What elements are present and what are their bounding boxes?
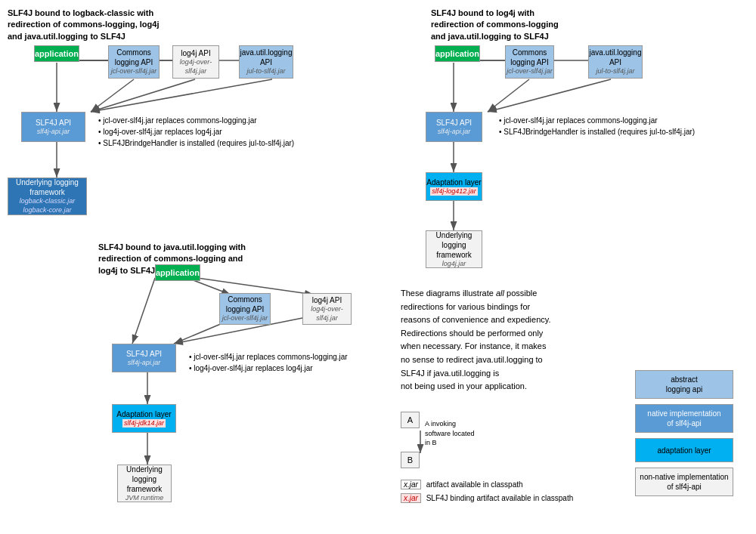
tl-commons-api-box: Commons logging API jcl-over-slf4j.jar	[108, 45, 160, 79]
tl-log4j-api-box: log4j API log4j-over-slf4j.jar	[172, 45, 219, 79]
svg-line-12	[488, 79, 529, 112]
bl-adaptation-box: Adaptation layer slf4j-jdk14.jar	[112, 404, 176, 433]
tr-commons-api-box: Commons logging API jcl-over-slf4j.jar	[505, 45, 554, 79]
svg-line-18	[132, 278, 155, 344]
legend-nonnative-box: non-native implementation of slf4j-api	[635, 468, 733, 496]
svg-line-5	[91, 79, 134, 112]
bl-notes: • jcl-over-slf4j.jar replaces commons-lo…	[189, 351, 393, 374]
tr-adaptation-box: Adaptation layer slf4j-log412.jar	[426, 172, 482, 201]
tr-application-box: application	[435, 45, 480, 62]
legend-abstract-box: abstract logging api	[635, 370, 733, 399]
tl-underlying-box: Underlying logging framework logback-cla…	[8, 177, 87, 215]
legend-artifact-row: x.jar artifact available in classpath	[401, 479, 552, 490]
tl-application-box: application	[34, 45, 79, 62]
tl-jul-api-box: java.util.logging API jul-to-slf4j.jar	[239, 45, 293, 79]
svg-line-17	[181, 276, 314, 295]
svg-line-7	[91, 79, 272, 112]
legend-adaptation-box: adaptation layer	[635, 438, 733, 462]
legend-a-box: A	[401, 412, 420, 428]
bl-log4j-api-box: log4j API log4j-over-slf4j.jar	[302, 293, 352, 325]
tr-underlying-box: Underlying logging framework log4j.jar	[426, 230, 482, 268]
bl-underlying-box: Underlying logging framework JVM runtime	[117, 465, 172, 502]
bottom-right-description: These diagrams illustrate all possible r…	[401, 287, 635, 394]
legend-slf4j-artifact-row: x.jar SLF4J binding artifact available i…	[401, 492, 582, 504]
bottom-left-title: SLF4J bound to java.util.logging with re…	[98, 242, 386, 276]
tr-jul-api-box: java.util.logging API jul-to-slf4j.jar	[588, 45, 643, 79]
bl-commons-api-box: Commons logging API jcl-over-slf4j.jar	[219, 293, 271, 325]
top-left-title: SLF4J bound to logback-classic with redi…	[8, 8, 325, 42]
tl-notes: • jcl-over-slf4j.jar replaces commons-lo…	[98, 115, 295, 149]
legend-b-box: B	[401, 452, 420, 468]
tr-slf4j-api-box: SLF4J API slf4j-api.jar	[426, 112, 482, 142]
legend-invoke-text: A invoking software located in B	[425, 419, 516, 448]
legend-native-box: native implementation of slf4j-api	[635, 404, 733, 433]
bl-application-box: application	[155, 264, 200, 281]
tr-notes: • jcl-over-slf4j.jar replaces commons-lo…	[499, 115, 726, 137]
top-right-title: SLF4J bound to log4j with redirection of…	[431, 8, 748, 42]
main-container: SLF4J bound to logback-classic with redi…	[0, 0, 756, 534]
tl-slf4j-api-box: SLF4J API slf4j-api.jar	[21, 112, 85, 142]
svg-line-13	[488, 79, 611, 112]
svg-line-6	[91, 79, 195, 112]
bl-slf4j-api-box: SLF4J API slf4j-api.jar	[112, 344, 176, 372]
